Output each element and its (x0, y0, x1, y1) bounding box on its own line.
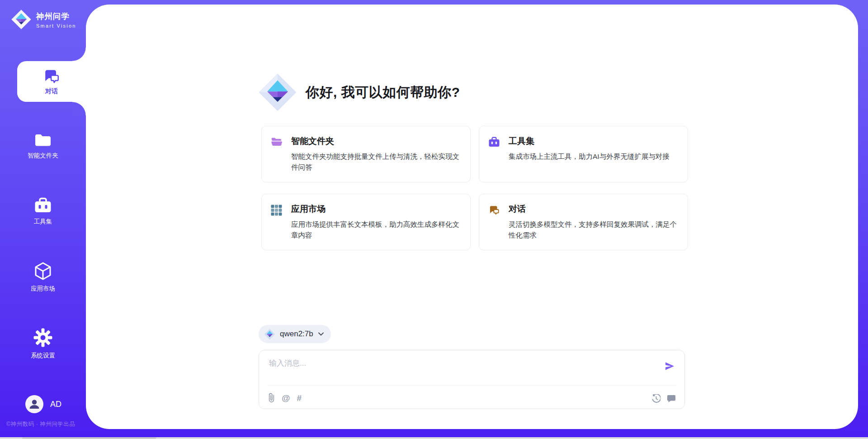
toolbox-icon (488, 137, 500, 182)
composer-actions (652, 394, 675, 403)
sidebar-item-label: 应用市场 (31, 285, 55, 293)
card-app-market[interactable]: 应用市场 应用市场提供丰富长文本模板，助力高效生成多样化文章内容 (261, 194, 471, 250)
sidebar-item-toolset[interactable]: 工具集 (0, 197, 86, 226)
model-selector[interactable]: qwen2:7b (259, 325, 331, 343)
user-name: AD (50, 400, 61, 409)
grid-icon (271, 205, 283, 250)
chat-icon (43, 68, 60, 85)
brand-name: 神州问学 (36, 11, 76, 22)
brand-subtitle: Smart Vision (36, 23, 76, 29)
card-chat[interactable]: 对话 灵活切换多模型文件，支持多样回复效果调试，满足个性化需求 (479, 194, 688, 250)
horizontal-scrollbar-track (0, 437, 868, 439)
cube-icon (33, 262, 52, 281)
tab-curve-top (72, 48, 86, 61)
card-toolset[interactable]: 工具集 集成市场上主流工具，助力AI与外界无缝扩展与对接 (479, 126, 688, 182)
card-title: 工具集 (509, 135, 670, 147)
brand-logo: 神州问学 Smart Vision (11, 9, 76, 30)
app-window: 神州问学 Smart Vision 对话 智能文件夹 (0, 0, 868, 439)
message-input[interactable] (268, 356, 639, 371)
message-composer: @ # (259, 350, 685, 409)
at-icon[interactable]: @ (282, 394, 290, 402)
card-title: 智能文件夹 (291, 135, 460, 147)
greeting-block: 你好, 我可以如何帮助你? (258, 72, 460, 112)
paperclip-icon[interactable] (268, 393, 275, 403)
sidebar-item-smart-folder[interactable]: 智能文件夹 (0, 132, 86, 160)
chat-icon (488, 205, 500, 250)
sidebar-item-chat[interactable]: 对话 (17, 61, 86, 102)
sidebar-item-app-market[interactable]: 应用市场 (0, 262, 86, 293)
feature-cards: 智能文件夹 智能文件夹功能支持批量文件上传与清洗，轻松实现文件问答 工具集 集成… (261, 126, 688, 250)
history-icon[interactable] (652, 394, 660, 403)
send-icon[interactable] (665, 361, 675, 371)
card-description: 集成市场上主流工具，助力AI与外界无缝扩展与对接 (509, 151, 670, 162)
hash-icon[interactable]: # (297, 394, 302, 402)
brand-diamond-icon (11, 9, 32, 30)
card-description: 灵活切换多模型文件，支持多样回复效果调试，满足个性化需求 (509, 219, 678, 241)
copyright-footer: ©神州数码 · 神州问学出品 (6, 420, 75, 428)
comment-icon[interactable] (667, 395, 675, 402)
composer-tools: @ # (268, 393, 302, 403)
model-name: qwen2:7b (280, 329, 313, 339)
sidebar-item-label: 工具集 (34, 218, 52, 226)
chevron-down-icon (318, 332, 324, 336)
composer-divider (267, 385, 676, 386)
brand-diamond-icon (264, 329, 275, 340)
card-smart-folder[interactable]: 智能文件夹 智能文件夹功能支持批量文件上传与清洗，轻松实现文件问答 (261, 126, 471, 182)
sidebar-item-label: 对话 (45, 87, 58, 95)
folder-icon (34, 132, 52, 148)
brand-diamond-icon (258, 72, 297, 112)
folder-open-icon (271, 137, 283, 182)
sidebar-item-label: 智能文件夹 (28, 152, 58, 160)
user-profile[interactable]: AD (25, 395, 61, 413)
briefcase-icon (34, 197, 52, 214)
card-description: 智能文件夹功能支持批量文件上传与清洗，轻松实现文件问答 (291, 151, 460, 173)
card-description: 应用市场提供丰富长文本模板，助力高效生成多样化文章内容 (291, 219, 460, 241)
tab-curve-bottom (72, 102, 86, 115)
avatar (25, 395, 43, 413)
sidebar-item-settings[interactable]: 系统设置 (0, 328, 86, 360)
sidebar-item-label: 系统设置 (31, 352, 55, 360)
card-title: 对话 (509, 203, 678, 215)
gear-icon (33, 328, 53, 348)
card-title: 应用市场 (291, 203, 460, 215)
page-title: 你好, 我可以如何帮助你? (306, 83, 460, 102)
horizontal-scrollbar-thumb[interactable] (22, 437, 156, 439)
